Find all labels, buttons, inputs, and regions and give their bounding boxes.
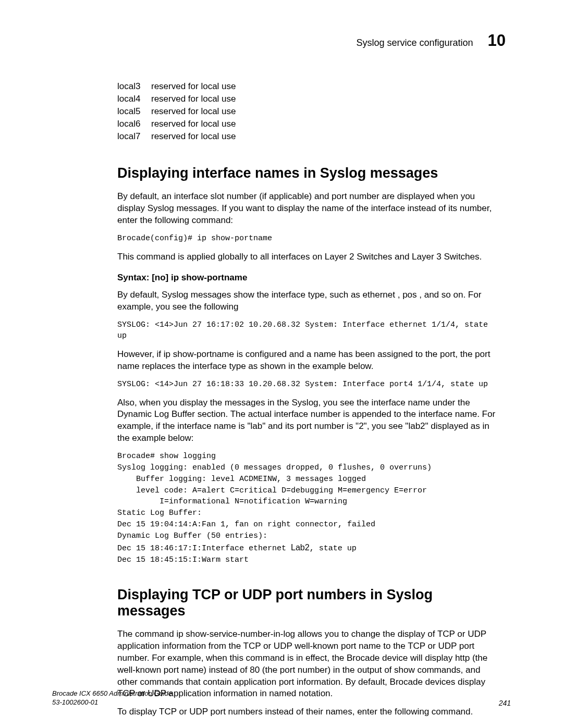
facility-name: local7: [117, 131, 151, 142]
paragraph: Also, when you display the messages in t…: [117, 397, 500, 445]
facility-name: local5: [117, 106, 151, 117]
log-line: level code: A=alert C=critical D=debuggi…: [117, 486, 427, 495]
facility-desc: reserved for local use: [151, 119, 500, 129]
log-line: Dec 15 18:45:15:I:Warm start: [117, 556, 249, 564]
log-line: , state up: [310, 544, 357, 553]
facility-name: local4: [117, 94, 151, 104]
code-block: SYSLOG: <14>Jun 27 16:17:02 10.20.68.32 …: [117, 319, 500, 341]
footer-guide-title: Brocade ICX 6650 Administration Guide: [52, 689, 172, 698]
log-line: Brocade# show logging: [117, 452, 216, 461]
syntax-line: Syntax: [no] ip show-portname: [117, 273, 500, 283]
section-heading-tcp-udp: Displaying TCP or UDP port numbers in Sy…: [117, 587, 500, 619]
paragraph: By default, Syslog messages show the int…: [117, 289, 500, 313]
paragraph: By default, an interface slot number (if…: [117, 191, 500, 227]
log-lab2: Lab2: [291, 543, 310, 552]
paragraph: This command is applied globally to all …: [117, 251, 500, 263]
code-block: Brocade(config)# ip show-portname: [117, 233, 500, 244]
page-footer: Brocade ICX 6650 Administration Guide 53…: [52, 689, 511, 707]
chapter-number: 10: [488, 31, 506, 50]
log-line: Dec 15 19:04:14:A:Fan 1, fan on right co…: [117, 520, 375, 529]
log-line: Dynamic Log Buffer (50 entries):: [117, 532, 267, 540]
facility-desc: reserved for local use: [151, 131, 500, 142]
footer-left: Brocade ICX 6650 Administration Guide 53…: [52, 689, 172, 707]
paragraph: However, if ip show-portname is configur…: [117, 349, 500, 373]
facility-row: local4 reserved for local use: [117, 94, 500, 104]
facility-desc: reserved for local use: [151, 106, 500, 117]
facility-row: local7 reserved for local use: [117, 131, 500, 142]
code-block: SYSLOG: <14>Jun 27 16:18:33 10.20.68.32 …: [117, 379, 500, 390]
facility-desc: reserved for local use: [151, 94, 500, 104]
log-line: Buffer logging: level ACDMEINW, 3 messag…: [117, 475, 366, 484]
log-line: Static Log Buffer:: [117, 509, 202, 517]
page-number: 241: [499, 699, 511, 707]
facility-desc: reserved for local use: [151, 81, 500, 92]
facility-name: local6: [117, 119, 151, 129]
page-header: Syslog service configuration 10: [52, 31, 511, 50]
log-line: Dec 15 18:46:17:I:Interface ethernet: [117, 544, 291, 553]
facility-row: local6 reserved for local use: [117, 119, 500, 129]
paragraph: To display TCP or UDP port numbers inste…: [117, 706, 500, 718]
facility-name: local3: [117, 81, 151, 92]
facility-row: local3 reserved for local use: [117, 81, 500, 92]
section-heading-interface-names: Displaying interface names in Syslog mes…: [117, 165, 500, 181]
page-content: local3 reserved for local use local4 res…: [117, 81, 500, 718]
footer-doc-number: 53-1002600-01: [52, 698, 172, 707]
log-line: I=informational N=notification W=warning: [117, 497, 347, 506]
header-title: Syslog service configuration: [356, 38, 473, 48]
log-output-block: Brocade# show logging Syslog logging: en…: [117, 451, 500, 566]
facility-table: local3 reserved for local use local4 res…: [117, 81, 500, 142]
log-line: Syslog logging: enabled (0 messages drop…: [117, 463, 432, 472]
facility-row: local5 reserved for local use: [117, 106, 500, 117]
